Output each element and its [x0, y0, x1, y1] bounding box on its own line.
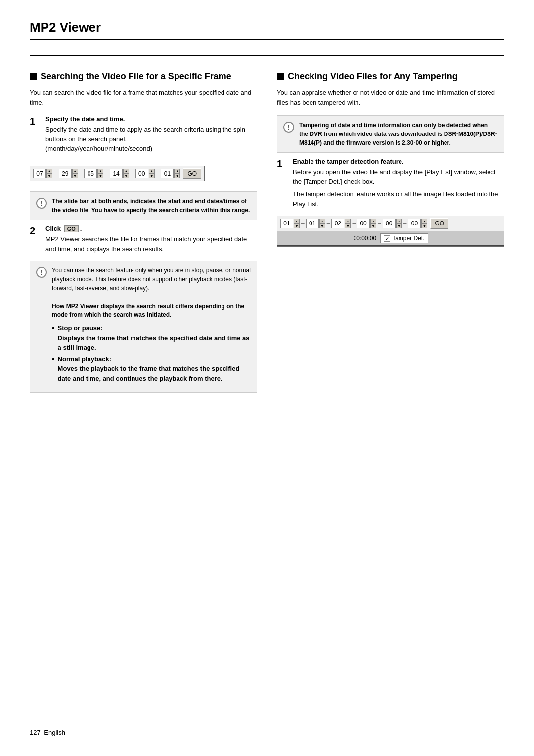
right-notice-text-1: Tampering of date and time information c…	[299, 121, 498, 147]
bullet-item-2: • Normal playback: Moves the playback to…	[52, 355, 251, 384]
spin-down-6[interactable]: ▼	[174, 174, 180, 178]
tamper-spin-down-4[interactable]: ▼	[370, 223, 376, 228]
tamper-checkbox[interactable]: ✓	[384, 235, 390, 242]
tamper-spin-up-1[interactable]: ▲	[294, 219, 300, 223]
bullet-body-1: Displays the frame that matches the spec…	[58, 334, 250, 352]
spin-input-4[interactable]	[110, 169, 123, 178]
spin-input-1[interactable]	[33, 169, 46, 178]
right-step-1-content: Enable the tamper detection feature. Bef…	[293, 158, 504, 209]
left-section-intro: You can search the video file for a fram…	[30, 88, 257, 107]
tamper-bottom-row: 00:00:00 ✓ Tamper Det.	[277, 231, 504, 246]
spin-up-6[interactable]: ▲	[174, 169, 180, 174]
spin-down-4[interactable]: ▼	[123, 174, 129, 178]
notice-para1: You can use the search feature only when…	[52, 267, 251, 292]
spin-arrows-4: ▲ ▼	[123, 169, 129, 178]
right-section-intro: You can appraise whether or not video or…	[277, 88, 504, 107]
bullet-body-2: Moves the playback to the frame that mat…	[58, 365, 240, 382]
spin-field-2: ▲ ▼	[59, 169, 78, 178]
spin-sep-2: –	[80, 170, 83, 177]
spin-up-4[interactable]: ▲	[123, 169, 129, 174]
notice-text-1: The slide bar, at both ends, indicates t…	[52, 197, 251, 215]
left-section-heading: Searching the Video File for a Specific …	[30, 71, 257, 82]
page-footer: 127 English	[30, 729, 65, 736]
tamper-spin-down-3[interactable]: ▼	[345, 223, 351, 228]
bullet-label-1: Stop or pause:	[58, 324, 103, 332]
right-section-title: Checking Video Files for Any Tampering	[288, 71, 458, 82]
tamper-panel: ▲ ▼ – ▲ ▼ –	[277, 216, 504, 247]
tamper-spin-down-1[interactable]: ▼	[294, 223, 300, 228]
spin-input-6[interactable]	[161, 169, 174, 178]
spin-arrows-6: ▲ ▼	[174, 169, 180, 178]
left-step-1-number: 1	[30, 115, 40, 127]
tamper-spin-input-2[interactable]	[306, 219, 319, 228]
notice-text-1-bold: The slide bar, at both ends, indicates t…	[52, 198, 250, 214]
left-step-2-go-inline: GO	[64, 225, 79, 232]
tamper-sep-2: –	[327, 220, 330, 227]
tamper-spin-up-3[interactable]: ▲	[345, 219, 351, 223]
left-step-2-title: Click GO.	[45, 225, 257, 233]
spin-sep-4: –	[131, 170, 134, 177]
tamper-spin-up-6[interactable]: ▲	[421, 219, 427, 223]
left-step-1-body: Specify the date and time to apply as th…	[45, 125, 257, 144]
tamper-checkbox-area[interactable]: ✓ Tamper Det.	[380, 233, 428, 243]
spin-up-2[interactable]: ▲	[72, 169, 78, 174]
spin-up-5[interactable]: ▲	[149, 169, 155, 174]
spin-arrows-1: ▲ ▼	[46, 169, 52, 178]
spin-input-5[interactable]	[135, 169, 148, 178]
bullet-item-1: • Stop or pause: Displays the frame that…	[52, 323, 251, 353]
tamper-spin-field-5: ▲ ▼	[383, 219, 402, 228]
left-step-1-sub: (month/day/year/hour/minute/second)	[45, 144, 257, 154]
tamper-sep-1: –	[301, 220, 305, 227]
spin-down-3[interactable]: ▼	[97, 174, 103, 178]
notice-icon-1: !	[36, 198, 47, 209]
tamper-spin-arrows-1: ▲ ▼	[294, 219, 300, 228]
spin-arrows-5: ▲ ▼	[149, 169, 155, 178]
left-step-2-body: MP2 Viewer searches the file for frames …	[45, 234, 257, 254]
page-number: 127	[30, 729, 41, 736]
search-spin-panel: ▲ ▼ – ▲ ▼ – ▲	[30, 166, 205, 181]
tamper-spin-down-2[interactable]: ▼	[319, 223, 325, 228]
spin-down-5[interactable]: ▼	[149, 174, 155, 178]
tamper-spin-field-1: ▲ ▼	[280, 219, 300, 228]
tamper-spin-field-6: ▲ ▼	[408, 219, 427, 228]
search-go-button[interactable]: GO	[183, 168, 201, 179]
tamper-go-button[interactable]: GO	[430, 218, 448, 229]
right-notice-bold-1: Tampering of date and time information c…	[299, 122, 497, 146]
left-step-2-number: 2	[30, 225, 40, 237]
spin-up-3[interactable]: ▲	[97, 169, 103, 174]
spin-field-3: ▲ ▼	[84, 169, 103, 178]
tamper-spin-up-2[interactable]: ▲	[319, 219, 325, 223]
spin-down-2[interactable]: ▼	[72, 174, 78, 178]
tamper-spin-input-3[interactable]	[331, 219, 344, 228]
tamper-spin-input-1[interactable]	[280, 219, 293, 228]
notice-box-2: ! You can use the search feature only wh…	[30, 261, 257, 393]
tamper-spin-arrows-2: ▲ ▼	[319, 219, 325, 228]
spin-down-1[interactable]: ▼	[46, 174, 52, 178]
tamper-spin-down-5[interactable]: ▼	[396, 223, 402, 228]
tamper-spin-down-6[interactable]: ▼	[421, 223, 427, 228]
two-column-layout: Searching the Video File for a Specific …	[30, 71, 504, 398]
tamper-spin-up-4[interactable]: ▲	[370, 219, 376, 223]
right-notice-box-1: ! Tampering of date and time information…	[277, 115, 504, 153]
bullet-dot-1: •	[52, 323, 55, 353]
right-notice-icon-1: !	[283, 122, 294, 133]
tamper-spin-input-5[interactable]	[383, 219, 396, 228]
tamper-spin-input-6[interactable]	[408, 219, 421, 228]
left-step-2-content: Click GO. MP2 Viewer searches the file f…	[45, 225, 257, 254]
spin-field-5: ▲ ▼	[135, 169, 155, 178]
tamper-spin-input-4[interactable]	[357, 219, 370, 228]
spin-up-1[interactable]: ▲	[46, 169, 52, 174]
right-column: Checking Video Files for Any Tampering Y…	[277, 71, 504, 252]
left-step-1: 1 Specify the date and time. Specify the…	[30, 115, 257, 154]
spin-sep-5: –	[156, 170, 160, 177]
tamper-sep-5: –	[403, 220, 407, 227]
page-title: MP2 Viewer	[30, 20, 504, 40]
spin-arrows-3: ▲ ▼	[97, 169, 103, 178]
section-bullet-icon	[30, 73, 37, 80]
bullet-content-2: Normal playback: Moves the playback to t…	[58, 355, 251, 384]
right-step-1-body2: The tamper detection feature works on al…	[293, 189, 504, 209]
spin-input-2[interactable]	[59, 169, 72, 178]
page-language: English	[44, 729, 65, 736]
spin-input-3[interactable]	[84, 169, 97, 178]
tamper-spin-up-5[interactable]: ▲	[396, 219, 402, 223]
